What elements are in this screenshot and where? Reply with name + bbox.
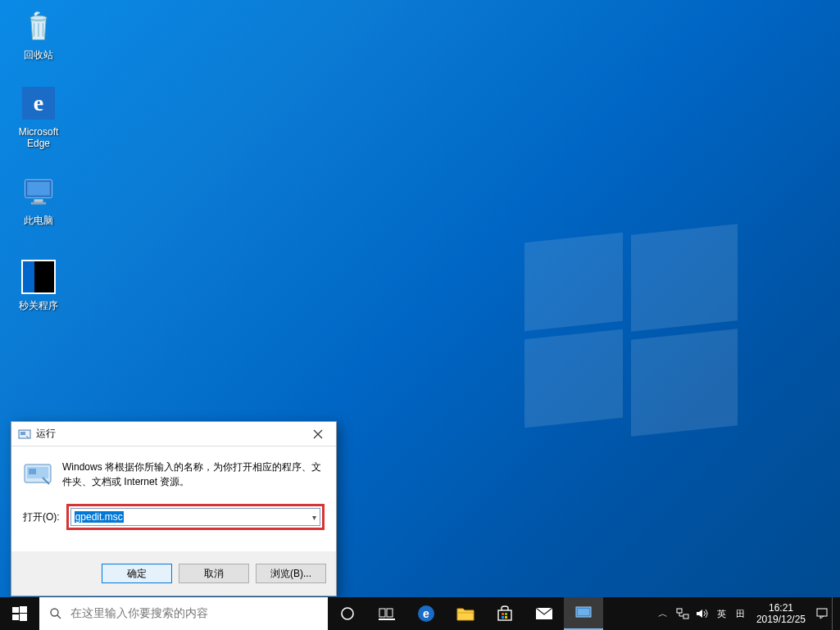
running-app-icon [574,605,593,620]
svg-rect-25 [502,616,504,619]
svg-rect-23 [502,613,504,615]
edge-icon: e [417,605,435,623]
svg-rect-6 [20,432,25,435]
show-desktop-button[interactable] [832,597,837,630]
taskbar: 在这里输入你要搜索的内容 e ︿ 英 田 16:21 2019/12/25 [0,597,840,630]
svg-rect-9 [29,469,36,474]
search-icon [49,607,62,620]
browse-button[interactable]: 浏览(B)... [256,564,326,583]
run-window-icon [18,428,31,441]
svg-rect-4 [31,202,46,205]
speaker-icon [696,608,709,619]
svg-rect-26 [505,616,507,619]
edge-label: Microsoft Edge [8,126,69,150]
ime-mode-button[interactable]: 田 [731,597,750,630]
cancel-button[interactable]: 取消 [179,564,249,583]
svg-rect-13 [20,614,27,621]
chevron-down-icon[interactable]: ▾ [312,513,316,522]
svg-rect-11 [20,606,27,613]
task-view-button[interactable] [367,597,406,630]
folder-icon [456,606,474,621]
chevron-up-icon: ︿ [658,607,668,621]
close-icon [313,429,323,439]
svg-rect-24 [505,613,507,615]
file-explorer-button[interactable] [446,597,485,630]
system-tray: ︿ 英 田 16:21 2019/12/25 [653,597,840,630]
highlight-box: gpedit.msc ▾ [66,504,325,530]
recycle-bin-label: 回收站 [8,49,69,61]
app-icon [19,257,58,297]
svg-rect-17 [387,609,393,617]
tray-overflow-button[interactable]: ︿ [653,597,673,630]
app-shortcut-icon[interactable]: 秒关程序 [8,257,69,311]
svg-rect-10 [12,607,19,613]
svg-text:e: e [423,607,429,620]
app-label: 秒关程序 [8,300,69,311]
notification-icon [815,607,829,620]
run-title-text: 运行 [36,427,302,441]
svg-rect-31 [683,614,688,619]
edge-icon: e [19,84,58,123]
action-center-button[interactable] [812,597,832,630]
store-button[interactable] [485,597,524,630]
cortana-button[interactable] [328,597,367,630]
computer-icon [19,172,58,211]
recycle-bin-icon[interactable]: 回收站 [8,7,69,61]
svg-rect-2 [27,182,50,196]
svg-rect-32 [817,609,827,616]
windows-logo-wallpaper [524,229,738,426]
svg-rect-18 [379,619,395,620]
windows-icon [12,606,27,621]
network-button[interactable] [673,597,692,630]
open-label: 打开(O): [23,510,60,524]
date-text: 2019/12/25 [756,614,806,625]
search-box[interactable]: 在这里输入你要搜索的内容 [39,597,328,630]
ok-button[interactable]: 确定 [102,564,172,583]
svg-rect-3 [34,199,43,202]
circle-icon [340,606,355,621]
svg-rect-29 [578,609,589,615]
edge-browser-icon[interactable]: e Microsoft Edge [8,84,69,150]
task-view-icon [379,607,395,620]
run-input-combo[interactable]: gpedit.msc ▾ [70,508,320,526]
mail-icon [535,607,553,620]
svg-rect-12 [12,614,19,620]
run-titlebar[interactable]: 运行 [11,422,336,446]
svg-point-15 [342,608,353,619]
mail-button[interactable] [524,597,564,630]
trash-icon [19,7,58,46]
this-pc-label: 此电脑 [8,215,69,226]
time-text: 16:21 [756,602,806,614]
taskbar-edge-button[interactable]: e [406,597,446,630]
volume-button[interactable] [692,597,712,630]
running-app-button[interactable] [564,597,603,630]
clock-button[interactable]: 16:21 2019/12/25 [750,602,812,626]
close-button[interactable] [302,423,334,446]
run-dialog: 运行 Windows 将根据你所输入的名称，为你打开相应的程序、文件夹、文档或 … [11,421,337,596]
svg-point-0 [30,16,47,20]
network-icon [676,608,689,619]
store-icon [497,605,513,622]
svg-rect-16 [379,609,385,617]
run-input-value: gpedit.msc [75,511,124,523]
svg-rect-21 [457,612,474,614]
ime-lang-button[interactable]: 英 [712,597,731,630]
run-description: Windows 将根据你所输入的名称，为你打开相应的程序、文件夹、文档或 Int… [62,460,325,489]
svg-point-14 [51,609,58,616]
this-pc-icon[interactable]: 此电脑 [8,172,69,226]
svg-rect-30 [677,609,682,613]
search-placeholder: 在这里输入你要搜索的内容 [70,606,208,621]
start-button[interactable] [0,597,39,630]
run-dialog-icon [23,460,52,489]
